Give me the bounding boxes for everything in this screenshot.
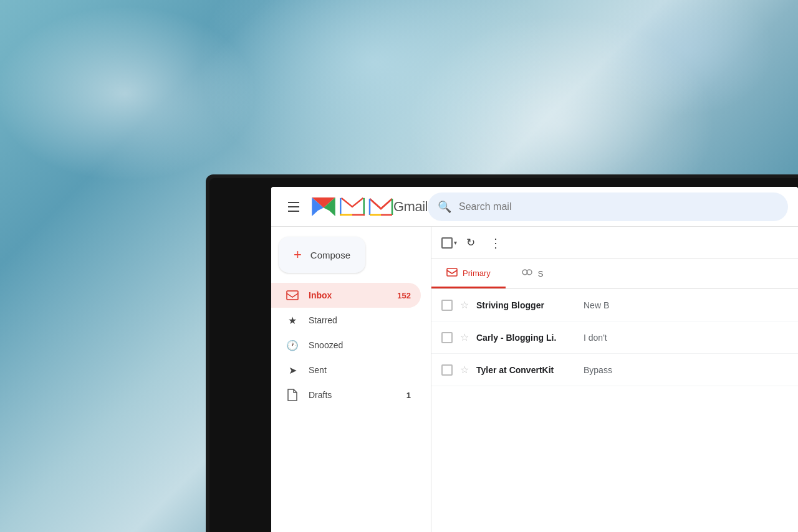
svg-rect-6 (363, 197, 365, 215)
menu-button[interactable] (281, 194, 306, 219)
email-row[interactable]: ☆ Tyler at ConvertKit Bypass (431, 354, 798, 386)
social-tab-icon (521, 268, 533, 279)
sidebar-item-sent[interactable]: ➤ Sent (271, 358, 421, 382)
gmail-logo: Gmail (311, 197, 428, 216)
sidebar-item-inbox[interactable]: Inbox 152 (271, 283, 421, 308)
select-all-checkbox[interactable] (441, 237, 453, 249)
compose-label: Compose (310, 250, 350, 260)
gmail-m-icon (311, 197, 336, 216)
email-tabs: Primary S (431, 259, 798, 289)
compose-plus-icon: + (294, 247, 302, 263)
search-bar[interactable]: 🔍 (428, 192, 788, 221)
svg-rect-7 (340, 214, 352, 216)
star-icon-2[interactable]: ☆ (460, 331, 469, 343)
inbox-icon (286, 289, 299, 302)
gmail-icon (368, 197, 393, 216)
email-panel: ▾ ↻ ⋮ Primary (431, 227, 798, 532)
email-checkbox-3[interactable] (441, 364, 453, 376)
gmail-body: + Compose Inbox 152 ★ Starred 🕐 Snoozed (271, 227, 798, 532)
primary-tab-icon (446, 268, 458, 278)
menu-line-2 (288, 206, 299, 207)
svg-rect-8 (352, 214, 365, 216)
search-input[interactable] (459, 201, 778, 212)
sent-label: Sent (309, 365, 327, 375)
refresh-icon: ↻ (466, 236, 475, 249)
sidebar-item-drafts[interactable]: Drafts 1 (271, 382, 421, 407)
toolbar: ▾ ↻ ⋮ (431, 227, 798, 259)
star-icon: ★ (286, 314, 299, 326)
sender-1: Striving Blogger (476, 300, 576, 310)
compose-button[interactable]: + Compose (279, 237, 365, 273)
tab-social[interactable]: S (506, 259, 559, 288)
select-all-wrap[interactable]: ▾ (441, 237, 457, 249)
tab-primary[interactable]: Primary (431, 259, 506, 288)
more-icon: ⋮ (489, 235, 502, 250)
svg-rect-11 (447, 268, 457, 276)
drafts-label: Drafts (309, 390, 332, 400)
search-icon: 🔍 (438, 200, 451, 214)
sender-2: Carly - Blogging Li. (476, 333, 576, 343)
star-icon-1[interactable]: ☆ (460, 299, 469, 311)
email-row[interactable]: ☆ Striving Blogger New B (431, 289, 798, 321)
drafts-badge: 1 (406, 391, 411, 400)
draft-icon (286, 389, 299, 401)
snippet-1: New B (584, 300, 788, 310)
send-icon: ➤ (286, 364, 299, 376)
sidebar: + Compose Inbox 152 ★ Starred 🕐 Snoozed (271, 227, 431, 532)
menu-line-1 (288, 202, 299, 203)
more-button[interactable]: ⋮ (484, 232, 507, 254)
sidebar-item-starred[interactable]: ★ Starred (271, 308, 421, 333)
email-row[interactable]: ☆ Carly - Blogging Li. I don't (431, 321, 798, 354)
gmail-wordmark: Gmail (393, 199, 428, 215)
inbox-label: Inbox (309, 290, 332, 300)
inbox-badge: 152 (397, 291, 411, 300)
gmail-screen: Gmail 🔍 + Compose Inbox 152 ★ (271, 187, 798, 532)
select-chevron-icon[interactable]: ▾ (454, 239, 457, 246)
snoozed-label: Snoozed (309, 340, 343, 350)
social-tab-label: S (538, 269, 544, 278)
svg-rect-5 (340, 197, 342, 215)
snippet-2: I don't (584, 333, 788, 343)
gmail-m-logo (340, 197, 365, 216)
gmail-header: Gmail 🔍 (271, 187, 798, 227)
starred-label: Starred (309, 315, 337, 325)
email-list: ☆ Striving Blogger New B ☆ Carly - Blogg… (431, 289, 798, 532)
sidebar-item-snoozed[interactable]: 🕐 Snoozed (271, 333, 421, 358)
clock-icon: 🕐 (286, 339, 299, 351)
refresh-button[interactable]: ↻ (459, 232, 482, 254)
menu-line-3 (288, 211, 299, 212)
sender-3: Tyler at ConvertKit (476, 365, 576, 375)
email-checkbox-1[interactable] (441, 300, 453, 311)
primary-tab-label: Primary (463, 268, 491, 278)
email-checkbox-2[interactable] (441, 332, 453, 343)
svg-rect-10 (287, 291, 298, 300)
snippet-3: Bypass (584, 365, 788, 375)
star-icon-3[interactable]: ☆ (460, 364, 469, 376)
